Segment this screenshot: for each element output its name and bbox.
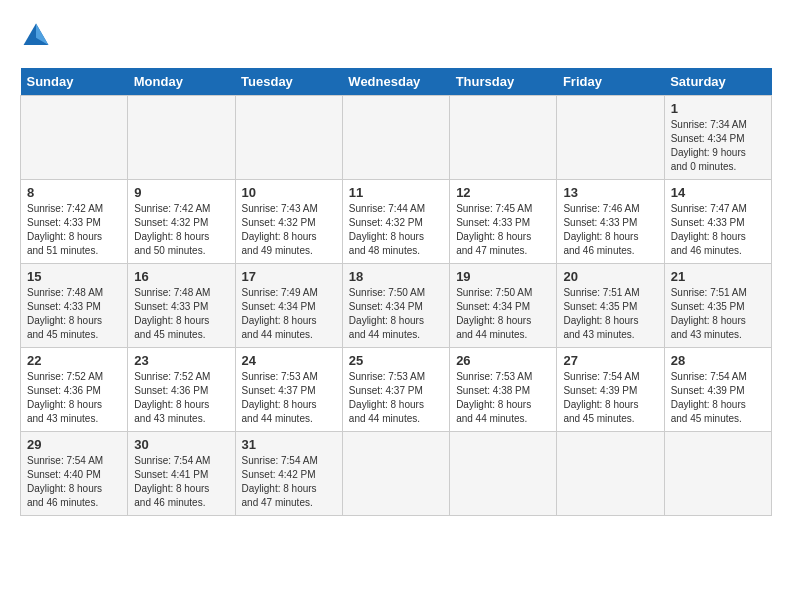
- calendar-day-cell: 19Sunrise: 7:50 AMSunset: 4:34 PMDayligh…: [450, 264, 557, 348]
- day-info: Sunrise: 7:50 AMSunset: 4:34 PMDaylight:…: [349, 287, 425, 340]
- day-number: 20: [563, 269, 657, 284]
- day-number: 17: [242, 269, 336, 284]
- calendar-day-cell: 23Sunrise: 7:52 AMSunset: 4:36 PMDayligh…: [128, 348, 235, 432]
- day-number: 12: [456, 185, 550, 200]
- day-info: Sunrise: 7:51 AMSunset: 4:35 PMDaylight:…: [671, 287, 747, 340]
- day-number: 15: [27, 269, 121, 284]
- calendar-week-row: 1Sunrise: 7:34 AMSunset: 4:34 PMDaylight…: [21, 96, 772, 180]
- day-info: Sunrise: 7:45 AMSunset: 4:33 PMDaylight:…: [456, 203, 532, 256]
- day-info: Sunrise: 7:54 AMSunset: 4:39 PMDaylight:…: [671, 371, 747, 424]
- day-info: Sunrise: 7:54 AMSunset: 4:42 PMDaylight:…: [242, 455, 318, 508]
- calendar-day-cell: 31Sunrise: 7:54 AMSunset: 4:42 PMDayligh…: [235, 432, 342, 516]
- day-info: Sunrise: 7:53 AMSunset: 4:37 PMDaylight:…: [349, 371, 425, 424]
- calendar-empty-cell: [450, 432, 557, 516]
- day-info: Sunrise: 7:54 AMSunset: 4:41 PMDaylight:…: [134, 455, 210, 508]
- calendar-header-sunday: Sunday: [21, 68, 128, 96]
- calendar-header-tuesday: Tuesday: [235, 68, 342, 96]
- day-number: 27: [563, 353, 657, 368]
- calendar-header-monday: Monday: [128, 68, 235, 96]
- calendar-day-cell: 10Sunrise: 7:43 AMSunset: 4:32 PMDayligh…: [235, 180, 342, 264]
- day-info: Sunrise: 7:51 AMSunset: 4:35 PMDaylight:…: [563, 287, 639, 340]
- calendar-empty-cell: [450, 96, 557, 180]
- day-number: 10: [242, 185, 336, 200]
- day-number: 1: [671, 101, 765, 116]
- calendar-day-cell: 1Sunrise: 7:34 AMSunset: 4:34 PMDaylight…: [664, 96, 771, 180]
- calendar-header-wednesday: Wednesday: [342, 68, 449, 96]
- day-info: Sunrise: 7:44 AMSunset: 4:32 PMDaylight:…: [349, 203, 425, 256]
- day-info: Sunrise: 7:54 AMSunset: 4:40 PMDaylight:…: [27, 455, 103, 508]
- day-number: 25: [349, 353, 443, 368]
- calendar-empty-cell: [342, 96, 449, 180]
- day-number: 30: [134, 437, 228, 452]
- day-info: Sunrise: 7:42 AMSunset: 4:33 PMDaylight:…: [27, 203, 103, 256]
- calendar-empty-cell: [664, 432, 771, 516]
- calendar-week-row: 8Sunrise: 7:42 AMSunset: 4:33 PMDaylight…: [21, 180, 772, 264]
- calendar-empty-cell: [342, 432, 449, 516]
- calendar-day-cell: 8Sunrise: 7:42 AMSunset: 4:33 PMDaylight…: [21, 180, 128, 264]
- day-info: Sunrise: 7:49 AMSunset: 4:34 PMDaylight:…: [242, 287, 318, 340]
- page-header: [20, 20, 772, 52]
- calendar-empty-cell: [235, 96, 342, 180]
- calendar-header-row: SundayMondayTuesdayWednesdayThursdayFrid…: [21, 68, 772, 96]
- day-number: 9: [134, 185, 228, 200]
- day-number: 24: [242, 353, 336, 368]
- day-number: 13: [563, 185, 657, 200]
- calendar-empty-cell: [557, 432, 664, 516]
- calendar-day-cell: 15Sunrise: 7:48 AMSunset: 4:33 PMDayligh…: [21, 264, 128, 348]
- calendar-day-cell: 24Sunrise: 7:53 AMSunset: 4:37 PMDayligh…: [235, 348, 342, 432]
- calendar-week-row: 15Sunrise: 7:48 AMSunset: 4:33 PMDayligh…: [21, 264, 772, 348]
- calendar-day-cell: 11Sunrise: 7:44 AMSunset: 4:32 PMDayligh…: [342, 180, 449, 264]
- calendar-day-cell: 28Sunrise: 7:54 AMSunset: 4:39 PMDayligh…: [664, 348, 771, 432]
- day-number: 23: [134, 353, 228, 368]
- day-number: 21: [671, 269, 765, 284]
- day-info: Sunrise: 7:34 AMSunset: 4:34 PMDaylight:…: [671, 119, 747, 172]
- calendar-day-cell: 20Sunrise: 7:51 AMSunset: 4:35 PMDayligh…: [557, 264, 664, 348]
- calendar-day-cell: 14Sunrise: 7:47 AMSunset: 4:33 PMDayligh…: [664, 180, 771, 264]
- calendar-day-cell: 25Sunrise: 7:53 AMSunset: 4:37 PMDayligh…: [342, 348, 449, 432]
- calendar-day-cell: 30Sunrise: 7:54 AMSunset: 4:41 PMDayligh…: [128, 432, 235, 516]
- calendar-day-cell: 29Sunrise: 7:54 AMSunset: 4:40 PMDayligh…: [21, 432, 128, 516]
- day-info: Sunrise: 7:43 AMSunset: 4:32 PMDaylight:…: [242, 203, 318, 256]
- calendar-week-row: 22Sunrise: 7:52 AMSunset: 4:36 PMDayligh…: [21, 348, 772, 432]
- calendar-empty-cell: [21, 96, 128, 180]
- day-number: 19: [456, 269, 550, 284]
- logo: [20, 20, 56, 52]
- calendar-day-cell: 12Sunrise: 7:45 AMSunset: 4:33 PMDayligh…: [450, 180, 557, 264]
- day-number: 22: [27, 353, 121, 368]
- day-number: 28: [671, 353, 765, 368]
- calendar-empty-cell: [557, 96, 664, 180]
- calendar-day-cell: 16Sunrise: 7:48 AMSunset: 4:33 PMDayligh…: [128, 264, 235, 348]
- day-info: Sunrise: 7:52 AMSunset: 4:36 PMDaylight:…: [27, 371, 103, 424]
- calendar-header-friday: Friday: [557, 68, 664, 96]
- day-info: Sunrise: 7:54 AMSunset: 4:39 PMDaylight:…: [563, 371, 639, 424]
- calendar-day-cell: 18Sunrise: 7:50 AMSunset: 4:34 PMDayligh…: [342, 264, 449, 348]
- day-number: 26: [456, 353, 550, 368]
- calendar-day-cell: 26Sunrise: 7:53 AMSunset: 4:38 PMDayligh…: [450, 348, 557, 432]
- day-info: Sunrise: 7:53 AMSunset: 4:37 PMDaylight:…: [242, 371, 318, 424]
- day-number: 31: [242, 437, 336, 452]
- day-number: 29: [27, 437, 121, 452]
- day-number: 14: [671, 185, 765, 200]
- day-number: 16: [134, 269, 228, 284]
- calendar-day-cell: 17Sunrise: 7:49 AMSunset: 4:34 PMDayligh…: [235, 264, 342, 348]
- day-number: 18: [349, 269, 443, 284]
- day-number: 11: [349, 185, 443, 200]
- calendar-header-saturday: Saturday: [664, 68, 771, 96]
- logo-icon: [20, 20, 52, 52]
- calendar-header-thursday: Thursday: [450, 68, 557, 96]
- day-number: 8: [27, 185, 121, 200]
- calendar-week-row: 29Sunrise: 7:54 AMSunset: 4:40 PMDayligh…: [21, 432, 772, 516]
- day-info: Sunrise: 7:53 AMSunset: 4:38 PMDaylight:…: [456, 371, 532, 424]
- day-info: Sunrise: 7:42 AMSunset: 4:32 PMDaylight:…: [134, 203, 210, 256]
- calendar-table: SundayMondayTuesdayWednesdayThursdayFrid…: [20, 68, 772, 516]
- day-info: Sunrise: 7:46 AMSunset: 4:33 PMDaylight:…: [563, 203, 639, 256]
- calendar-day-cell: 21Sunrise: 7:51 AMSunset: 4:35 PMDayligh…: [664, 264, 771, 348]
- calendar-day-cell: 13Sunrise: 7:46 AMSunset: 4:33 PMDayligh…: [557, 180, 664, 264]
- calendar-empty-cell: [128, 96, 235, 180]
- day-info: Sunrise: 7:52 AMSunset: 4:36 PMDaylight:…: [134, 371, 210, 424]
- day-info: Sunrise: 7:48 AMSunset: 4:33 PMDaylight:…: [27, 287, 103, 340]
- day-info: Sunrise: 7:50 AMSunset: 4:34 PMDaylight:…: [456, 287, 532, 340]
- calendar-day-cell: 22Sunrise: 7:52 AMSunset: 4:36 PMDayligh…: [21, 348, 128, 432]
- day-info: Sunrise: 7:48 AMSunset: 4:33 PMDaylight:…: [134, 287, 210, 340]
- calendar-day-cell: 9Sunrise: 7:42 AMSunset: 4:32 PMDaylight…: [128, 180, 235, 264]
